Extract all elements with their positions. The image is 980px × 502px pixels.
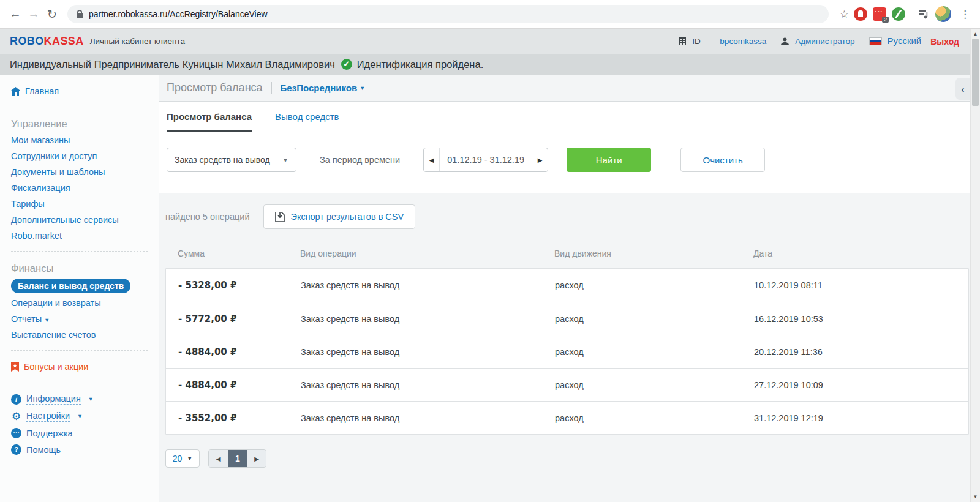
home-icon [11,87,20,96]
playlist-icon[interactable] [917,7,930,21]
column-header-date: Дата [753,249,969,258]
sidebar-item-bonuses[interactable]: Бонусы и акции [11,358,148,375]
role-link[interactable]: Администратор [795,37,854,46]
date-range-value[interactable]: 01.12.19 - 31.12.19 [440,148,532,171]
scroll-up-icon[interactable]: ▲ [971,31,980,37]
pagination: 20 ▼ ◀ 1 ▶ [165,449,969,480]
prev-period-icon[interactable]: ◀ [424,148,440,171]
chevron-down-icon: ▼ [360,85,365,91]
table-row[interactable]: - 5772,00 ₽ Заказ средств на вывод расхо… [166,302,968,335]
next-period-icon[interactable]: ▶ [532,148,548,171]
user-icon [780,37,790,46]
sidebar-item-operations[interactable]: Операции и возвраты [11,295,148,311]
scrollbar-thumb[interactable] [972,39,979,106]
filter-panel: Просмотр баланса Вывод средств Заказ сре… [159,102,970,193]
bookmark-star-icon[interactable]: ☆ [840,8,849,21]
export-csv-button[interactable]: Экспорт результатов в CSV [263,204,416,229]
download-icon [275,212,285,222]
profile-avatar[interactable] [935,6,951,22]
sidebar-item-fiscalization[interactable]: Фискализация [11,180,148,196]
reload-icon[interactable]: ↻ [43,7,61,21]
tab-withdraw-funds[interactable]: Вывод средств [275,111,339,132]
column-header-amount: Сумма [178,249,300,258]
cell-movement: расход [555,347,754,357]
cell-operation: Заказ средств на вывод [301,413,555,423]
title-divider [271,82,272,94]
sidebar-item-staff[interactable]: Сотрудники и доступ [11,148,148,164]
forward-icon[interactable]: → [24,7,43,21]
sidebar-divider [11,107,148,107]
robokassa-logo[interactable]: ROBOKASSA [10,35,84,48]
cell-operation: Заказ средств на вывод [301,347,555,357]
card-extension-icon[interactable]: 2 [873,7,886,21]
cell-movement: расход [555,413,754,423]
url-bar[interactable]: partner.robokassa.ru/AccRegistry/Balance… [67,5,829,23]
sidebar-item-services[interactable]: Дополнительные сервисы [11,212,148,228]
table-row[interactable]: - 5328,00 ₽ Заказ средств на вывод расхо… [166,269,968,302]
next-page-icon[interactable]: ▶ [247,450,266,467]
cell-movement: расход [555,380,754,390]
sidebar-item-information[interactable]: i Информация ▼ [11,391,148,408]
prev-page-icon[interactable]: ◀ [209,450,228,467]
cell-movement: расход [555,314,754,324]
pager: ◀ 1 ▶ [208,449,266,468]
account-link[interactable]: bpcomkassa [720,37,766,46]
page-scrollbar[interactable]: ▲ ▼ [970,29,980,502]
sidebar-item-documents[interactable]: Документы и шаблоны [11,164,148,180]
sidebar-item-settings[interactable]: ⚙ Настройки ▼ [11,408,148,425]
operation-type-select[interactable]: Заказ средств на вывод ▼ [167,148,296,172]
sidebar-item-home[interactable]: Главная [11,83,148,99]
sidebar-item-support[interactable]: … Поддержка [11,425,148,441]
app-body: Главная Управление Мои магазины Сотрудни… [0,75,970,502]
adblock-extension-icon[interactable] [854,7,867,21]
sidebar-item-invoicing[interactable]: Выставление счетов [11,327,148,343]
extensions: 2 [854,7,905,21]
page-size-select[interactable]: 20 ▼ [165,449,200,468]
sidebar-item-help[interactable]: ? Помощь [11,441,148,458]
sidebar-divider [11,383,148,383]
header-right: ID — bpcomkassa Администратор Русский Вы… [678,36,959,47]
clear-button[interactable]: Очистить [680,148,765,172]
green-extension-icon[interactable] [892,7,905,21]
tab-balance-view[interactable]: Просмотр баланса [167,111,252,132]
table-row[interactable]: - 4884,00 ₽ Заказ средств на вывод расхо… [166,335,968,368]
chrome-menu-icon[interactable]: ⋮ [956,8,974,21]
column-header-movement: Вид движения [554,249,753,258]
logout-link[interactable]: Выход [930,37,959,47]
url-text[interactable]: partner.robokassa.ru/AccRegistry/Balance… [89,9,268,19]
sidebar-item-balance-active[interactable]: Баланс и вывод средств [11,279,130,293]
language-link[interactable]: Русский [888,36,922,47]
chevron-down-icon: ▼ [44,317,50,323]
sidebar-item-reports[interactable]: Отчеты▼ [11,311,148,327]
back-icon[interactable]: ← [6,7,24,21]
results-panel: найдено 5 операций Экспорт результатов в… [159,193,970,502]
search-button[interactable]: Найти [567,148,651,172]
shop-selector[interactable]: БезПосредников ▼ [281,83,366,93]
app-header: ROBOKASSA Личный кабинет клиента ID — bp… [0,29,980,54]
chevron-down-icon: ▼ [88,396,94,402]
sidebar-section-management: Управление [11,114,148,132]
current-page[interactable]: 1 [228,450,247,467]
client-name: Индивидуальный Предприниматель Куницын М… [10,59,335,70]
chevron-down-icon: ▼ [282,157,288,163]
question-icon: ? [11,444,21,455]
cell-amount: - 3552,00 ₽ [178,413,301,424]
sidebar-item-robomarket[interactable]: Robo.market [11,228,148,244]
cell-amount: - 4884,00 ₽ [178,347,301,358]
collapse-panel-icon[interactable]: ‹ [956,78,970,100]
sidebar-item-shops[interactable]: Мои магазины [11,132,148,148]
period-label: За период времени [320,155,400,165]
chat-icon: … [11,428,21,438]
scroll-down-icon[interactable]: ▼ [971,494,980,500]
filter-row: Заказ средств на вывод ▼ За период време… [167,148,970,172]
building-icon [678,37,687,45]
chevron-down-icon: ▼ [77,413,83,419]
sidebar-divider [11,251,148,252]
table-row[interactable]: - 4884,00 ₽ Заказ средств на вывод расхо… [166,368,968,401]
table-row[interactable]: - 3552,00 ₽ Заказ средств на вывод расхо… [166,401,968,434]
cell-operation: Заказ средств на вывод [301,280,555,290]
cell-operation: Заказ средств на вывод [301,314,555,324]
sidebar-item-tariffs[interactable]: Тарифы [11,196,148,212]
identity-banner: Индивидуальный Предприниматель Куницын М… [0,54,980,75]
table-body: - 5328,00 ₽ Заказ средств на вывод расхо… [165,268,969,435]
